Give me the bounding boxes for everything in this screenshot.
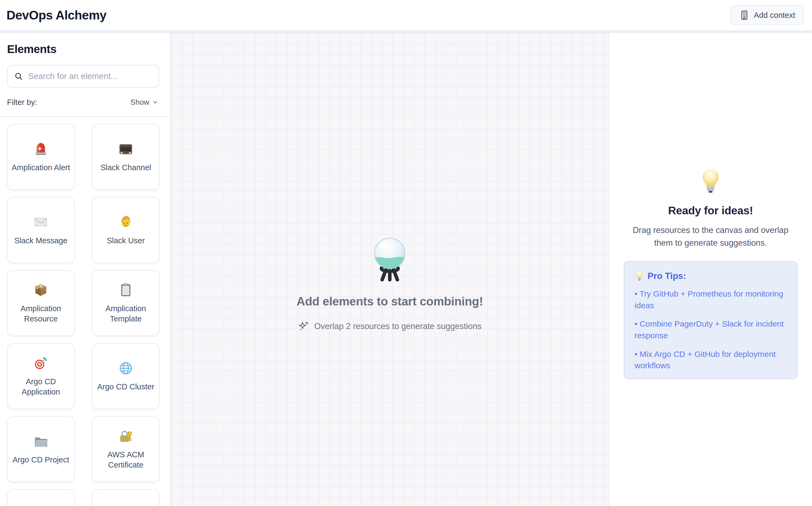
pro-tip-item: • Mix Argo CD + GitHub for deployment wo… <box>634 348 787 371</box>
element-card[interactable]: Slack Message <box>7 197 75 263</box>
ideas-title: Ready for ideas! <box>668 204 753 217</box>
dart-icon <box>33 355 49 371</box>
header-divider <box>0 30 812 33</box>
element-card-label: Argo CD Project <box>12 454 69 465</box>
element-card-label: Amplication Resource <box>11 303 70 324</box>
canvas-empty-hint: Overlap 2 resources to generate suggesti… <box>314 322 482 331</box>
element-grid: Amplication Alert Slack Channel Slack Me… <box>0 117 171 506</box>
pro-tip-item: • Combine PagerDuty + Slack for incident… <box>634 318 787 341</box>
element-card-partial[interactable] <box>7 489 75 506</box>
package-icon <box>33 282 49 298</box>
element-card-label: Slack Channel <box>101 162 151 173</box>
add-context-label: Add context <box>754 11 795 20</box>
elements-sidebar: Elements Filter by: Show Amplication Ale… <box>0 33 171 506</box>
globe-icon <box>118 360 134 376</box>
element-card[interactable]: Amplication Template <box>92 270 160 336</box>
element-card-partial[interactable] <box>92 489 160 506</box>
folder-icon <box>33 433 49 449</box>
lightbulb-icon <box>634 271 644 281</box>
app-title: DevOps Alchemy <box>6 8 107 22</box>
person-icon <box>118 214 134 230</box>
element-card-label: Slack User <box>107 235 145 246</box>
search-input[interactable] <box>28 71 152 81</box>
combining-canvas[interactable]: Add elements to start combining! Overlap… <box>171 33 609 506</box>
element-card[interactable]: Slack Channel <box>92 124 160 190</box>
element-card[interactable]: Argo CD Cluster <box>92 343 160 409</box>
pro-tips-title: Pro Tips: <box>647 271 686 281</box>
element-card-label: Amplication Alert <box>12 162 70 173</box>
sparkles-icon <box>298 321 309 332</box>
element-card-label: Argo CD Cluster <box>97 382 154 392</box>
building-icon <box>739 10 749 20</box>
ideas-panel: Ready for ideas! Drag resources to the c… <box>609 33 812 506</box>
element-card-label: Slack Message <box>14 235 68 246</box>
lock-key-icon <box>118 428 134 444</box>
element-card-label: Amplication Template <box>96 303 155 324</box>
pro-tip-item: • Try GitHub + Prometheus for monitoring… <box>634 288 787 311</box>
element-card[interactable]: Amplication Resource <box>7 270 75 336</box>
chevron-down-icon <box>151 98 159 106</box>
crystal-ball-icon <box>366 234 414 284</box>
element-card[interactable]: AWS ACM Certificate <box>92 416 160 482</box>
filter-selected-value: Show <box>130 98 149 107</box>
element-card-label: Argo CD Application <box>11 376 70 397</box>
sidebar-title: Elements <box>7 43 159 56</box>
filter-show-dropdown[interactable]: Show <box>130 98 159 107</box>
element-search[interactable] <box>7 65 159 88</box>
app-header: DevOps Alchemy Add context <box>0 0 812 30</box>
tv-icon <box>118 141 134 157</box>
clipboard-icon <box>118 282 134 298</box>
filter-by-label: Filter by: <box>7 98 37 107</box>
element-card[interactable]: Amplication Alert <box>7 124 75 190</box>
canvas-empty-title: Add elements to start combining! <box>296 295 483 308</box>
siren-icon <box>33 141 49 157</box>
pro-tips-box: Pro Tips: • Try GitHub + Prometheus for … <box>624 261 797 379</box>
element-card[interactable]: Argo CD Project <box>7 416 75 482</box>
ideas-description: Drag resources to the canvas and overlap… <box>625 224 796 249</box>
element-card[interactable]: Slack User <box>92 197 160 263</box>
element-card-label: AWS ACM Certificate <box>96 449 155 470</box>
element-card[interactable]: Argo CD Application <box>7 343 75 409</box>
search-icon <box>14 72 23 81</box>
lightbulb-icon <box>698 168 724 195</box>
envelope-icon <box>33 214 49 230</box>
add-context-button[interactable]: Add context <box>731 5 804 25</box>
